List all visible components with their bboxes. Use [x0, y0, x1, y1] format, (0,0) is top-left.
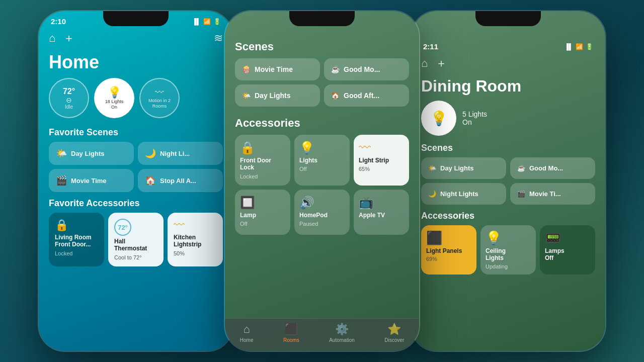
right-content: 2:11 ▐▌ 📶 🔋 ⌂ ＋ Dining Room 💡 5 Lights [411, 11, 605, 351]
status-bar-left: 2:10 ▐▌ 📶 🔋 [39, 11, 233, 28]
mid-acc-appletv[interactable]: 📺 Apple TV [354, 190, 409, 235]
acc-lightstrip-name: KitchenLightstrip [174, 234, 217, 248]
acc-front-door-status: Locked [55, 250, 98, 256]
right-movie-icon: 🎬 [517, 190, 525, 198]
movie-time-icon: 🎬 [56, 175, 67, 186]
scene-btn-day-lights[interactable]: 🌤️ Day Lights [49, 142, 134, 165]
thermostat-circle: 72° [114, 219, 131, 236]
panels-icon: ⬛ [426, 230, 471, 246]
acc-lamps[interactable]: 📟 LampsOff [540, 225, 595, 275]
mid-goodaft-label: Good Aft... [344, 92, 379, 100]
mid-daylights-icon: 🌤️ [242, 92, 251, 100]
mid-lights-icon: 💡 [299, 141, 345, 155]
mid-acc-lamp[interactable]: 🔲 Lamp Off [235, 190, 290, 235]
tab-home-icon: ⌂ [243, 323, 250, 336]
tab-home-label: Home [240, 337, 254, 343]
right-scene-goodmo[interactable]: ☕ Good Mo... [510, 157, 595, 179]
mid-frontdoor-status: Locked [240, 173, 285, 179]
scene-btn-night-lights[interactable]: 🌙 Night Li... [138, 142, 223, 165]
ceiling-name: CeilingLights [486, 247, 531, 262]
tab-home[interactable]: ⌂ Home [240, 323, 254, 343]
mid-acc-homepod[interactable]: 🔊 HomePod Paused [294, 190, 350, 235]
favorite-scenes-title: Favorite Scenes [39, 126, 233, 142]
stop-all-label: Stop All A... [160, 177, 196, 185]
mid-lights-status: Off [299, 166, 345, 172]
right-scene-day[interactable]: 🌤️ Day Lights [421, 157, 506, 179]
day-lights-icon: 🌤️ [56, 148, 67, 159]
mid-scene-goodmo[interactable]: ☕ Good Mo... [324, 58, 409, 80]
dining-title: Dining Room [411, 75, 605, 101]
stop-all-icon: 🏠 [145, 175, 156, 186]
acc-front-door[interactable]: 🔒 Living RoomFront Door... Locked [49, 213, 104, 266]
mid-strip-name: Light Strip [359, 157, 404, 164]
tab-automation-icon: ⚙️ [335, 323, 349, 336]
acc-lightstrip-status: 50% [174, 250, 217, 256]
tab-automation[interactable]: ⚙️ Automation [329, 323, 355, 343]
mid-scene-daylights[interactable]: 🌤️ Day Lights [235, 84, 320, 107]
tab-rooms-icon: ⬛ [284, 323, 298, 336]
acc-ceiling-lights[interactable]: 💡 CeilingLights Updating [480, 225, 536, 275]
lights-bubble[interactable]: 💡 18 LightsOn [94, 78, 134, 118]
status-bar-right: 2:11 ▐▌ 📶 🔋 [411, 36, 605, 53]
mid-homepod-icon: 🔊 [299, 196, 345, 210]
acc-grid-mid: 🔒 Front DoorLock Locked 💡 Lights Off 〰 L… [225, 135, 419, 240]
acc-light-panels[interactable]: ⬛ Light Panels 69% [421, 225, 476, 275]
temp-bubble[interactable]: 72° ⊖ Idle [49, 78, 89, 118]
mid-strip-icon: 〰 [359, 141, 404, 155]
battery-icon: 🔋 [213, 18, 221, 25]
night-lights-icon: 🌙 [145, 148, 156, 159]
mid-scene-movie[interactable]: 🍿 Movie Time [235, 58, 320, 80]
mid-acc-frontdoor[interactable]: 🔒 Front DoorLock Locked [235, 135, 290, 186]
status-icons-left: ▐▌ 📶 🔋 [192, 18, 221, 25]
night-lights-label: Night Li... [160, 150, 190, 157]
tab-automation-label: Automation [329, 337, 355, 343]
right-movie-label: Movie Ti... [529, 190, 561, 198]
acc-grid-right: ⬛ Light Panels 69% 💡 CeilingLights Updat… [411, 225, 605, 275]
mid-acc-lightstrip[interactable]: 〰 Light Strip 65% [354, 135, 409, 186]
wifi-icon-right: 📶 [576, 43, 583, 50]
add-icon-right[interactable]: ＋ [436, 56, 447, 71]
dining-light-state: On [462, 118, 487, 126]
scene-btn-stop-all[interactable]: 🏠 Stop All A... [138, 169, 223, 192]
home-icon-left[interactable]: ⌂ [49, 32, 55, 45]
right-day-icon: 🌤️ [428, 164, 436, 172]
acc-thermostat[interactable]: 72° HallThermostat Cool to 72° [108, 213, 164, 266]
dining-light-count: 5 Lights [462, 110, 487, 118]
tab-discover-label: Discover [384, 337, 404, 343]
tab-discover[interactable]: ⭐ Discover [384, 323, 404, 343]
wifi-icon: 📶 [203, 18, 211, 25]
mid-goodmo-icon: ☕ [331, 65, 340, 73]
tab-bar: ⌂ Home ⬛ Rooms ⚙️ Automation ⭐ Discover [225, 318, 419, 351]
ceiling-icon: 💡 [486, 230, 531, 246]
scenes-grid-mid: 🍿 Movie Time ☕ Good Mo... 🌤️ Day Lights … [225, 58, 419, 113]
voice-icon-left[interactable]: ≋ [214, 32, 223, 45]
mid-lamp-name: Lamp [240, 212, 285, 219]
scene-btn-movie-time[interactable]: 🎬 Movie Time [49, 169, 134, 192]
time-left: 2:10 [51, 17, 66, 26]
lock-icon: 🔒 [55, 219, 98, 232]
acc-lightstrip[interactable]: 〰 KitchenLightstrip 50% [168, 213, 223, 266]
acc-thermostat-name: HallThermostat [114, 238, 157, 252]
lightstrip-icon: 〰 [174, 219, 217, 232]
right-scene-night[interactable]: 🌙 Night Lights [421, 183, 506, 205]
right-scene-movie[interactable]: 🎬 Movie Ti... [510, 183, 595, 205]
phone-right: 2:11 ▐▌ 📶 🔋 ⌂ ＋ Dining Room 💡 5 Lights [410, 10, 606, 352]
home-icon-right[interactable]: ⌂ [421, 57, 428, 70]
scenes-grid-right: 🌤️ Day Lights ☕ Good Mo... 🌙 Night Light… [411, 157, 605, 210]
mid-scene-goodaft[interactable]: 🏠 Good Aft... [324, 84, 409, 107]
dining-light-row: 💡 5 Lights On [411, 101, 605, 142]
mid-daylights-label: Day Lights [255, 92, 291, 100]
motion-bubble[interactable]: 〰 Motion in 2Rooms [139, 78, 180, 118]
mid-acc-lights[interactable]: 💡 Lights Off [294, 135, 350, 186]
tab-rooms[interactable]: ⬛ Rooms [283, 323, 299, 343]
mid-tv-name: Apple TV [359, 212, 404, 219]
mid-movie-icon: 🍿 [242, 65, 251, 73]
movie-time-label: Movie Time [71, 177, 107, 185]
right-goodmo-icon: ☕ [517, 164, 525, 172]
add-icon-left[interactable]: ＋ [63, 31, 74, 46]
dining-light-bubble: 💡 [421, 101, 456, 136]
mid-goodmo-label: Good Mo... [344, 65, 380, 73]
lamps-icon: 📟 [545, 230, 590, 246]
status-icons-right: ▐▌ 📶 🔋 [565, 43, 593, 50]
right-night-icon: 🌙 [428, 190, 436, 198]
